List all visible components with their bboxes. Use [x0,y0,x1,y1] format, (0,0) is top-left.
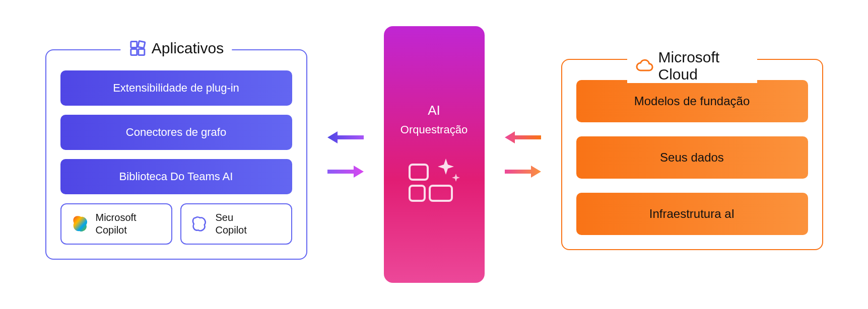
cloud-item-infra: Infraestrutura aI [576,193,808,235]
apps-title-text: Aplicativos [152,40,224,57]
sparkle-tiles-icon [407,157,462,207]
cloud-item-data: Seus dados [576,136,808,179]
apps-panel: Aplicativos Extensibilidade de plug-in C… [45,49,307,260]
ms-copilot-icon [70,213,91,235]
ai-title: AI [428,103,440,118]
your-copilot-icon [189,213,211,235]
your-copilot-label-top: Seu [216,211,247,224]
svg-rect-5 [410,186,425,201]
ms-copilot-label-top: Microsoft [96,211,137,224]
arrows-left [327,130,364,179]
apps-icon [128,39,147,57]
copilot-row: Microsoft Copilot Seu Copilot [60,203,292,245]
architecture-diagram: Aplicativos Extensibilidade de plug-in C… [10,10,858,299]
your-copilot-label-bottom: Copilot [216,224,247,237]
ai-subtitle: Orquestração [400,123,468,136]
svg-rect-2 [138,49,144,55]
svg-rect-4 [410,165,428,180]
arrow-right-top [505,130,541,144]
arrow-left-bottom [327,165,364,179]
cloud-icon [635,57,653,75]
your-copilot-box: Seu Copilot [180,203,292,245]
app-item-plugin: Extensibilidade de plug-in [60,70,292,106]
cloud-panel-title: Microsoft Cloud [627,49,757,83]
arrows-right [505,130,541,179]
svg-rect-6 [430,186,452,201]
app-item-teams-ai: Biblioteca Do Teams AI [60,159,292,194]
arrow-right-bottom [505,165,541,179]
ai-orchestration-panel: AI Orquestração [384,26,485,283]
app-item-graph: Conectores de grafo [60,115,292,150]
svg-rect-0 [130,42,137,48]
cloud-panel: Microsoft Cloud Modelos de fundação Seus… [561,59,823,250]
svg-rect-3 [138,41,145,48]
apps-panel-title: Aplicativos [120,39,232,57]
ms-copilot-box: Microsoft Copilot [60,203,172,245]
arrow-left-top [327,130,364,144]
cloud-item-models: Modelos de fundação [576,80,808,122]
cloud-title-text: Microsoft Cloud [658,49,749,83]
svg-rect-1 [130,49,137,55]
ms-copilot-label-bottom: Copilot [96,224,137,237]
